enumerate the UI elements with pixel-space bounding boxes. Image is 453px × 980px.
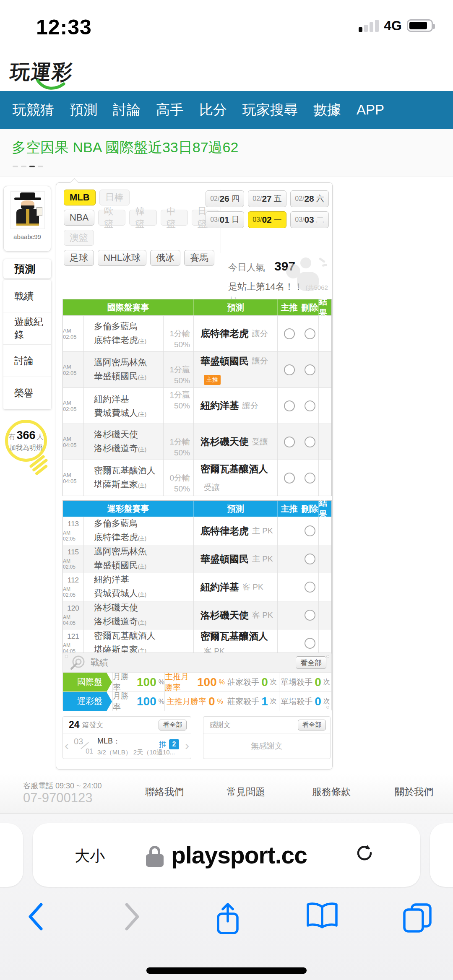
followers-bulb[interactable]: 有366人 加我為明燈 [3,418,55,485]
battery-icon [407,19,433,32]
sidebar-menu: 戰績 遊戲紀錄 討論 榮譽 [3,280,51,409]
odds: 1分贏50% [164,352,194,387]
delete-radio[interactable] [305,610,315,621]
sidebar-item-discuss[interactable]: 討論 [3,345,51,377]
col-del: 刪除 [301,501,319,517]
result-cell [319,573,331,601]
next-tab-edge[interactable] [430,823,453,887]
nav-item-data[interactable]: 數據 [313,101,341,120]
post-count: 24 [69,719,80,730]
delete-radio[interactable] [305,437,315,447]
sidebar-item-honors[interactable]: 榮譽 [3,377,51,409]
text-size-button[interactable]: 大小 [75,846,105,866]
odds: 1分贏50% [164,388,194,424]
footer-link-about[interactable]: 關於我們 [395,785,433,798]
prediction: 紐約洋基讓分 [194,388,278,424]
date-tab-0303[interactable]: 03/03二 [290,211,329,228]
main-pick-cell [278,352,301,387]
date-tab-0226[interactable]: 02/26四 [206,190,244,207]
result-cell [319,388,331,424]
delete-radio[interactable] [305,554,315,564]
sport-tab-npb[interactable]: 日棒 [99,190,130,205]
col-main: 主推 [278,299,301,315]
prediction: 華盛頓國民讓分主推 [194,352,278,387]
sport-tab-horse-racing[interactable]: 賽馬 [184,250,214,266]
nav-item-scores[interactable]: 比分 [199,101,227,120]
date-tab-0227[interactable]: 02/27五 [248,190,286,207]
next-post-chevron[interactable]: › [185,739,189,752]
nav-item-app[interactable]: APP [357,102,384,118]
prediction: 華盛頓國民主 PK [194,545,278,573]
delete-radio[interactable] [305,400,315,411]
sport-tab-nhl[interactable]: NHL冰球 [98,250,146,266]
delete-radio[interactable] [305,473,315,484]
back-button[interactable] [26,902,45,931]
sport-tab-cba[interactable]: 中籃 [161,210,188,226]
sport-tab-soccer[interactable]: 足球 [64,250,94,266]
thanks-empty-text: 無感謝文 [203,733,330,759]
refresh-button[interactable] [355,843,374,863]
main-pick-radio[interactable] [284,364,295,375]
profile-avatar[interactable] [10,191,45,229]
nav-item-discuss[interactable]: 討論 [113,101,141,120]
thanks-view-all-button[interactable]: 看全部 [298,720,326,730]
address-bar[interactable]: 大小 playsport.cc [33,823,420,887]
sidebar-item-record[interactable]: 戰績 [3,280,51,312]
nav-item-predict[interactable]: 預測 [70,101,97,120]
previous-tab-edge[interactable] [0,823,23,887]
clock: 12:33 [36,15,92,39]
delete-radio[interactable] [305,638,315,649]
footer-link-terms[interactable]: 服務條款 [312,785,351,798]
share-button[interactable] [215,902,241,936]
delete-cell [301,517,319,545]
nav-item-experts[interactable]: 高手 [156,101,184,120]
posts-view-all-button[interactable]: 看全部 [159,720,187,730]
prediction-panel: MLB 日棒 NBA 歐籃 韓籃 中籃 日籃 澳籃 足球 NHL冰球 俄冰 [56,182,333,769]
odds: 0分輸50% [164,460,194,496]
date-tab-0302-selected[interactable]: 03/02一 [248,211,286,228]
table-row: 120AM 04:05 洛杉磯天使 洛杉磯道奇(主) 洛杉磯天使客 PK [63,601,331,629]
main-pick-radio[interactable] [284,437,295,447]
prev-post-chevron[interactable]: ‹ [65,739,69,752]
table-row: AM 02:05 邁阿密馬林魚 華盛頓國民(主) 1分贏50% 華盛頓國民讓分主… [63,351,331,387]
lottery-tag: 運彩盤 [63,692,107,711]
main-pick-radio[interactable] [284,473,295,484]
delete-cell [301,545,319,573]
service-phone[interactable]: 07-9700123 [23,790,93,806]
footer-link-faq[interactable]: 常見問題 [226,785,265,798]
sport-tab-nba[interactable]: NBA [64,210,94,226]
prediction: 洛杉磯天使受讓 [194,424,278,460]
sport-tab-euroleague[interactable]: 歐籃 [98,210,125,226]
post-preview[interactable]: MLB： 3/2（MLB） 2天（10過10... [97,736,160,756]
record-row-lottery: 運彩盤 月勝率100% 主推月勝率0% 莊家殺手1次 單場殺手0次 [63,691,331,711]
date-tab-0228[interactable]: 02/28六 [290,190,329,207]
nav-item-player-search[interactable]: 玩家搜尋 [242,101,298,120]
main-pick-cell [278,517,301,545]
sidebar-tab-predict[interactable]: 預測 [3,259,51,278]
delete-radio[interactable] [305,525,315,536]
thanks-card: 感謝文 看全部 無感謝文 [203,716,331,759]
date-tab-0301[interactable]: 03/01日 [206,211,244,228]
delete-radio[interactable] [305,328,315,339]
tabs-button[interactable] [402,902,433,933]
sport-tab-khl[interactable]: 俄冰 [150,250,180,266]
table-row: AM 02:05 多倫多藍鳥 底特律老虎(主) 1分輸50% 底特律老虎讓分 [63,315,331,351]
main-pick-radio[interactable] [284,328,295,339]
record-view-all-button[interactable]: 看全部 [296,656,326,669]
sport-tab-mlb[interactable]: MLB [64,190,96,205]
bookmarks-button[interactable] [305,902,339,930]
table-row: 112AM 02:05 紐約洋基 費城費城人(主) 紐約洋基客 PK [63,573,331,601]
announcement-link[interactable]: 多空因果 NBA 國際盤近33日87過62 [12,138,238,157]
sport-tab-kbl[interactable]: 韓籃 [129,210,156,226]
main-pick-radio[interactable] [284,400,295,411]
sidebar-item-game-log[interactable]: 遊戲紀錄 [3,312,51,345]
sport-tab-nbl[interactable]: 澳籃 [64,230,94,246]
home-indicator[interactable] [146,967,307,974]
teams: 密爾瓦基釀酒人 堪薩斯皇家(主) [84,460,164,496]
delete-radio[interactable] [305,582,315,593]
footer-link-contact[interactable]: 聯絡我們 [145,785,184,798]
nav-item-playquiz[interactable]: 玩競猜 [13,101,54,120]
delete-radio[interactable] [305,364,315,375]
forward-button[interactable] [122,902,142,931]
announcement-pager[interactable] [13,166,43,167]
